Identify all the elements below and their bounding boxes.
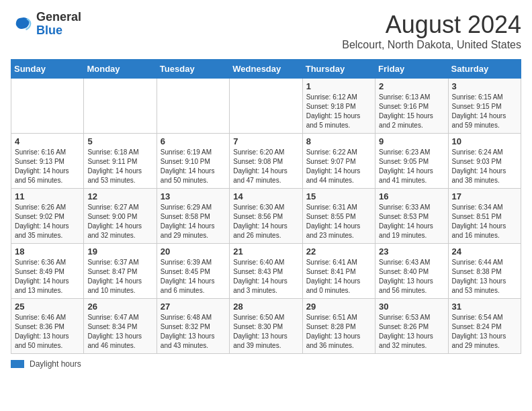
day-info: Sunrise: 6:30 AM Sunset: 8:56 PM Dayligh… bbox=[233, 203, 298, 240]
logo-icon bbox=[11, 13, 32, 35]
calendar-cell: 23Sunrise: 6:43 AM Sunset: 8:40 PM Dayli… bbox=[375, 244, 448, 299]
day-number: 2 bbox=[379, 81, 444, 91]
calendar-cell: 2Sunrise: 6:13 AM Sunset: 9:16 PM Daylig… bbox=[375, 79, 448, 134]
day-number: 26 bbox=[87, 302, 152, 312]
day-number: 4 bbox=[15, 136, 80, 146]
day-info: Sunrise: 6:47 AM Sunset: 8:34 PM Dayligh… bbox=[87, 313, 152, 351]
calendar-cell: 27Sunrise: 6:48 AM Sunset: 8:32 PM Dayli… bbox=[157, 299, 229, 354]
day-number: 14 bbox=[233, 191, 298, 201]
day-number: 9 bbox=[379, 136, 444, 146]
day-number: 16 bbox=[379, 191, 444, 201]
footer: Daylight hours bbox=[11, 359, 521, 369]
header-day-wednesday: Wednesday bbox=[230, 60, 302, 79]
day-number: 23 bbox=[379, 246, 444, 257]
day-number: 25 bbox=[15, 302, 80, 312]
calendar-cell: 31Sunrise: 6:54 AM Sunset: 8:24 PM Dayli… bbox=[448, 299, 521, 354]
week-row-5: 25Sunrise: 6:46 AM Sunset: 8:36 PM Dayli… bbox=[11, 299, 521, 354]
day-number: 1 bbox=[306, 81, 371, 91]
day-info: Sunrise: 6:46 AM Sunset: 8:36 PM Dayligh… bbox=[15, 313, 80, 351]
calendar-header: SundayMondayTuesdayWednesdayThursdayFrid… bbox=[11, 60, 521, 79]
day-number: 30 bbox=[379, 302, 444, 312]
day-number: 10 bbox=[452, 136, 517, 146]
week-row-4: 18Sunrise: 6:36 AM Sunset: 8:49 PM Dayli… bbox=[11, 244, 521, 299]
calendar-cell bbox=[11, 79, 84, 134]
calendar-cell: 7Sunrise: 6:20 AM Sunset: 9:08 PM Daylig… bbox=[230, 134, 302, 189]
day-info: Sunrise: 6:13 AM Sunset: 9:16 PM Dayligh… bbox=[379, 93, 444, 130]
calendar-cell: 9Sunrise: 6:23 AM Sunset: 9:05 PM Daylig… bbox=[375, 134, 448, 189]
day-info: Sunrise: 6:41 AM Sunset: 8:41 PM Dayligh… bbox=[306, 258, 371, 295]
day-number: 31 bbox=[452, 302, 517, 312]
calendar-cell: 6Sunrise: 6:19 AM Sunset: 9:10 PM Daylig… bbox=[157, 134, 229, 189]
calendar-cell: 14Sunrise: 6:30 AM Sunset: 8:56 PM Dayli… bbox=[230, 189, 302, 244]
header-row: SundayMondayTuesdayWednesdayThursdayFrid… bbox=[11, 60, 521, 79]
day-info: Sunrise: 6:24 AM Sunset: 9:03 PM Dayligh… bbox=[452, 148, 517, 185]
location: Belcourt, North Dakota, United States bbox=[342, 39, 521, 51]
header-day-sunday: Sunday bbox=[11, 60, 84, 79]
calendar-cell: 24Sunrise: 6:44 AM Sunset: 8:38 PM Dayli… bbox=[448, 244, 521, 299]
day-info: Sunrise: 6:12 AM Sunset: 9:18 PM Dayligh… bbox=[306, 93, 371, 130]
calendar-cell: 17Sunrise: 6:34 AM Sunset: 8:51 PM Dayli… bbox=[448, 189, 521, 244]
day-number: 5 bbox=[87, 136, 152, 146]
page-header: General Blue August 2024 Belcourt, North… bbox=[11, 11, 521, 51]
day-info: Sunrise: 6:22 AM Sunset: 9:07 PM Dayligh… bbox=[306, 148, 371, 185]
calendar-cell: 26Sunrise: 6:47 AM Sunset: 8:34 PM Dayli… bbox=[84, 299, 157, 354]
day-number: 15 bbox=[306, 191, 371, 201]
day-info: Sunrise: 6:33 AM Sunset: 8:53 PM Dayligh… bbox=[379, 203, 444, 240]
header-day-saturday: Saturday bbox=[448, 60, 521, 79]
day-info: Sunrise: 6:19 AM Sunset: 9:10 PM Dayligh… bbox=[161, 148, 226, 185]
day-info: Sunrise: 6:26 AM Sunset: 9:02 PM Dayligh… bbox=[15, 203, 80, 240]
calendar-cell: 4Sunrise: 6:16 AM Sunset: 9:13 PM Daylig… bbox=[11, 134, 84, 189]
calendar-cell: 25Sunrise: 6:46 AM Sunset: 8:36 PM Dayli… bbox=[11, 299, 84, 354]
calendar-cell: 18Sunrise: 6:36 AM Sunset: 8:49 PM Dayli… bbox=[11, 244, 84, 299]
week-row-2: 4Sunrise: 6:16 AM Sunset: 9:13 PM Daylig… bbox=[11, 134, 521, 189]
day-info: Sunrise: 6:37 AM Sunset: 8:47 PM Dayligh… bbox=[87, 258, 152, 295]
day-info: Sunrise: 6:40 AM Sunset: 8:43 PM Dayligh… bbox=[233, 258, 298, 295]
day-number: 20 bbox=[161, 246, 226, 257]
calendar-cell bbox=[157, 79, 229, 134]
week-row-3: 11Sunrise: 6:26 AM Sunset: 9:02 PM Dayli… bbox=[11, 189, 521, 244]
day-info: Sunrise: 6:18 AM Sunset: 9:11 PM Dayligh… bbox=[87, 148, 152, 185]
day-info: Sunrise: 6:29 AM Sunset: 8:58 PM Dayligh… bbox=[161, 203, 226, 240]
day-info: Sunrise: 6:31 AM Sunset: 8:55 PM Dayligh… bbox=[306, 203, 371, 240]
logo: General Blue bbox=[11, 11, 81, 38]
week-row-1: 1Sunrise: 6:12 AM Sunset: 9:18 PM Daylig… bbox=[11, 79, 521, 134]
day-info: Sunrise: 6:16 AM Sunset: 9:13 PM Dayligh… bbox=[15, 148, 80, 185]
calendar-cell: 1Sunrise: 6:12 AM Sunset: 9:18 PM Daylig… bbox=[302, 79, 375, 134]
day-number: 13 bbox=[161, 191, 226, 201]
day-info: Sunrise: 6:23 AM Sunset: 9:05 PM Dayligh… bbox=[379, 148, 444, 185]
calendar-cell: 20Sunrise: 6:39 AM Sunset: 8:45 PM Dayli… bbox=[157, 244, 229, 299]
day-info: Sunrise: 6:20 AM Sunset: 9:08 PM Dayligh… bbox=[233, 148, 298, 185]
day-number: 28 bbox=[233, 302, 298, 312]
day-info: Sunrise: 6:36 AM Sunset: 8:49 PM Dayligh… bbox=[15, 258, 80, 295]
day-info: Sunrise: 6:15 AM Sunset: 9:15 PM Dayligh… bbox=[452, 93, 517, 130]
day-info: Sunrise: 6:27 AM Sunset: 9:00 PM Dayligh… bbox=[87, 203, 152, 240]
calendar-cell: 12Sunrise: 6:27 AM Sunset: 9:00 PM Dayli… bbox=[84, 189, 157, 244]
month-year: August 2024 bbox=[342, 11, 521, 39]
calendar-body: 1Sunrise: 6:12 AM Sunset: 9:18 PM Daylig… bbox=[11, 79, 521, 354]
calendar-cell: 10Sunrise: 6:24 AM Sunset: 9:03 PM Dayli… bbox=[448, 134, 521, 189]
day-info: Sunrise: 6:50 AM Sunset: 8:30 PM Dayligh… bbox=[233, 313, 298, 351]
logo-text: General Blue bbox=[36, 11, 81, 38]
day-number: 11 bbox=[15, 191, 80, 201]
day-info: Sunrise: 6:48 AM Sunset: 8:32 PM Dayligh… bbox=[161, 313, 226, 351]
day-number: 8 bbox=[306, 136, 371, 146]
title-block: August 2024 Belcourt, North Dakota, Unit… bbox=[342, 11, 521, 51]
calendar-cell: 29Sunrise: 6:51 AM Sunset: 8:28 PM Dayli… bbox=[302, 299, 375, 354]
calendar-cell: 5Sunrise: 6:18 AM Sunset: 9:11 PM Daylig… bbox=[84, 134, 157, 189]
day-number: 19 bbox=[87, 246, 152, 257]
day-info: Sunrise: 6:44 AM Sunset: 8:38 PM Dayligh… bbox=[452, 258, 517, 295]
calendar-table: SundayMondayTuesdayWednesdayThursdayFrid… bbox=[11, 59, 521, 354]
day-number: 27 bbox=[161, 302, 226, 312]
day-number: 12 bbox=[87, 191, 152, 201]
calendar-cell: 16Sunrise: 6:33 AM Sunset: 8:53 PM Dayli… bbox=[375, 189, 448, 244]
legend-color-box bbox=[11, 360, 24, 368]
day-number: 18 bbox=[15, 246, 80, 257]
day-number: 17 bbox=[452, 191, 517, 201]
calendar-cell: 30Sunrise: 6:53 AM Sunset: 8:26 PM Dayli… bbox=[375, 299, 448, 354]
day-number: 29 bbox=[306, 302, 371, 312]
calendar-cell: 28Sunrise: 6:50 AM Sunset: 8:30 PM Dayli… bbox=[230, 299, 302, 354]
day-number: 21 bbox=[233, 246, 298, 257]
day-info: Sunrise: 6:53 AM Sunset: 8:26 PM Dayligh… bbox=[379, 313, 444, 351]
day-number: 24 bbox=[452, 246, 517, 257]
calendar-cell: 21Sunrise: 6:40 AM Sunset: 8:43 PM Dayli… bbox=[230, 244, 302, 299]
